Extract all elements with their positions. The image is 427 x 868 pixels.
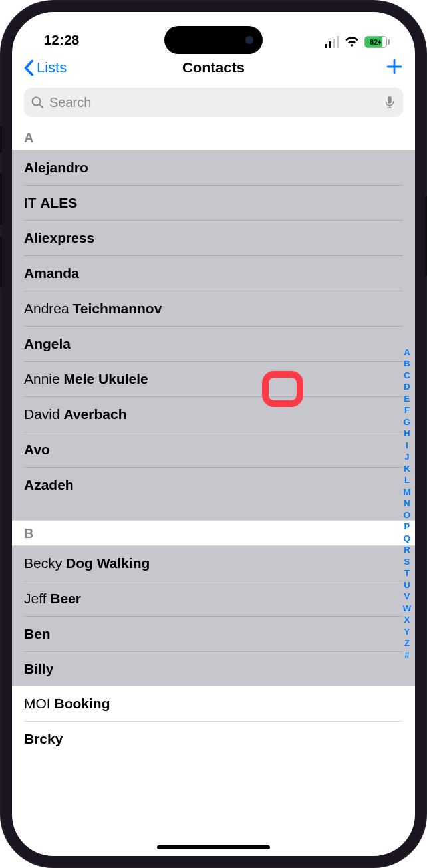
index-letter: # xyxy=(404,649,409,660)
volume-up-button xyxy=(0,173,2,225)
add-button[interactable] xyxy=(386,58,403,78)
chevron-left-icon xyxy=(24,60,34,76)
index-letter: H xyxy=(404,428,410,440)
index-letter: P xyxy=(404,521,410,533)
search-input[interactable] xyxy=(49,95,378,110)
index-letter: O xyxy=(404,509,410,521)
index-letter: Y xyxy=(404,625,410,637)
contact-row[interactable]: Azadeh xyxy=(24,468,403,502)
contact-row[interactable]: Jeff Beer xyxy=(24,581,403,617)
index-letter: V xyxy=(404,591,410,603)
index-letter: N xyxy=(404,498,410,509)
index-letter: T xyxy=(404,567,410,579)
index-letter: D xyxy=(404,381,410,393)
svg-rect-1 xyxy=(388,96,391,104)
contact-row[interactable]: Angela xyxy=(24,327,403,362)
contact-row[interactable]: Andrea Teichmannov xyxy=(24,291,403,327)
contact-row[interactable]: Brcky xyxy=(24,722,403,756)
search-bar[interactable] xyxy=(24,88,403,117)
dynamic-island xyxy=(164,26,263,54)
index-letter: J xyxy=(404,451,409,463)
index-letter: G xyxy=(404,416,410,428)
section-b: Becky Dog Walking Jeff Beer Ben Billy xyxy=(12,546,415,686)
cellular-icon xyxy=(325,36,339,48)
battery-icon: 82 xyxy=(364,36,390,48)
phone-frame: 12:28 82 Lis xyxy=(0,0,427,868)
contact-row[interactable]: IT ALES xyxy=(24,186,403,221)
contact-row[interactable]: MOI Booking xyxy=(24,686,403,722)
index-letter: C xyxy=(404,369,410,381)
nav-bar: Lists Contacts xyxy=(12,51,415,85)
index-letter: Q xyxy=(404,532,410,544)
index-letter: B xyxy=(404,358,410,370)
section-header-a: A xyxy=(12,125,415,150)
plus-icon xyxy=(386,58,403,75)
contact-row[interactable]: Avo xyxy=(24,432,403,468)
index-letter: U xyxy=(404,579,410,591)
index-letter: L xyxy=(404,474,410,486)
contacts-list[interactable]: A Alejandro IT ALES Aliexpress Amanda An… xyxy=(12,125,415,856)
back-button[interactable]: Lists xyxy=(24,59,67,76)
contact-row[interactable]: Aliexpress xyxy=(24,221,403,256)
contact-row[interactable]: Amanda xyxy=(24,256,403,291)
index-letter: W xyxy=(403,602,411,614)
volume-down-button xyxy=(0,236,2,288)
index-letter: X xyxy=(404,614,410,626)
contact-row[interactable]: Billy xyxy=(24,652,403,686)
wifi-icon xyxy=(345,37,359,47)
mic-icon[interactable] xyxy=(383,96,396,109)
index-letter: F xyxy=(404,404,410,416)
index-letter: M xyxy=(403,486,410,498)
page-title: Contacts xyxy=(182,59,245,76)
contact-row[interactable]: Becky Dog Walking xyxy=(24,546,403,581)
contact-row[interactable]: David Averbach xyxy=(24,397,403,432)
index-letter: E xyxy=(404,392,410,404)
section-gap xyxy=(12,502,415,521)
index-letter: R xyxy=(404,544,410,556)
status-time: 12:28 xyxy=(44,33,80,48)
highlight-annotation xyxy=(262,371,303,407)
contact-row[interactable]: Annie Mele Ukulele xyxy=(24,362,403,397)
section-a: Alejandro IT ALES Aliexpress Amanda Andr… xyxy=(12,150,415,502)
index-letter: S xyxy=(404,555,410,567)
back-label: Lists xyxy=(37,59,67,76)
contact-row[interactable]: Alejandro xyxy=(24,150,403,186)
section-b-continued: MOI Booking Brcky xyxy=(12,686,415,756)
section-header-b: B xyxy=(12,521,415,546)
phone-screen: 12:28 82 Lis xyxy=(12,12,415,856)
index-letter: I xyxy=(406,439,408,451)
contact-row[interactable]: Ben xyxy=(24,617,403,652)
mute-switch xyxy=(0,126,2,153)
index-letter: K xyxy=(404,462,410,474)
home-indicator[interactable] xyxy=(157,845,270,849)
search-icon xyxy=(31,96,44,109)
status-indicators: 82 xyxy=(325,36,390,48)
alphabet-index[interactable]: A B C D E F G H I J K L M N O P Q R S T xyxy=(403,346,411,660)
index-letter: A xyxy=(404,346,410,358)
index-letter: Z xyxy=(404,637,410,649)
